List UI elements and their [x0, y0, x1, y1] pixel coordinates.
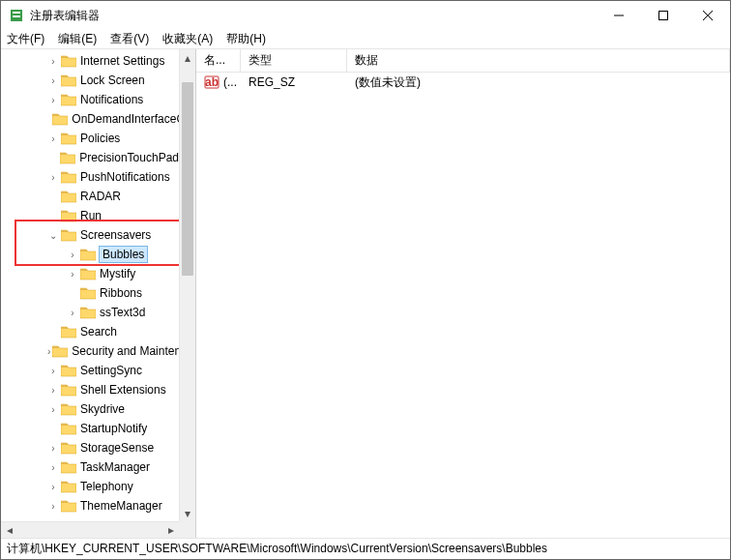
- vertical-scrollbar[interactable]: ▴ ▾: [179, 49, 195, 521]
- tree-item[interactable]: ›RADAR: [1, 187, 179, 206]
- chevron-right-icon[interactable]: ›: [47, 482, 59, 492]
- folder-icon: [61, 170, 76, 184]
- tree-item-label: Ribbons: [100, 286, 142, 300]
- tree-item[interactable]: ⌄Screensavers: [1, 225, 179, 245]
- tree-item[interactable]: ›Internet Settings: [1, 51, 179, 71]
- folder-icon: [61, 364, 76, 377]
- tree-item-label: Internet Settings: [80, 54, 164, 68]
- tree-item-label: RADAR: [80, 190, 121, 203]
- menu-favorites[interactable]: 收藏夹(A): [162, 31, 213, 47]
- value-type-cell: REG_SZ: [241, 75, 347, 89]
- tree-item-label: PrecisionTouchPad: [79, 151, 179, 164]
- list-body: ab(...REG_SZ(数值未设置): [196, 73, 730, 538]
- chevron-right-icon[interactable]: ›: [67, 250, 78, 260]
- chevron-right-icon[interactable]: ›: [67, 269, 78, 280]
- tree-item-label: Bubbles: [100, 247, 147, 262]
- folder-icon: [61, 441, 76, 455]
- folder-icon: [52, 344, 68, 358]
- tree-item[interactable]: ›Skydrive: [1, 399, 179, 419]
- tree-item-label: ThemeManager: [80, 499, 162, 513]
- status-path: 计算机\HKEY_CURRENT_USER\SOFTWARE\Microsoft…: [7, 541, 547, 557]
- chevron-right-icon[interactable]: ›: [47, 56, 59, 67]
- tree-item-label: Policies: [80, 132, 120, 145]
- svg-rect-2: [13, 15, 20, 17]
- chevron-right-icon[interactable]: ›: [47, 172, 59, 183]
- tree-item[interactable]: ›Bubbles: [1, 245, 179, 264]
- list-header: 名... 类型 数据: [196, 49, 730, 73]
- scroll-thumb[interactable]: [182, 82, 193, 276]
- svg-rect-4: [659, 12, 668, 20]
- scroll-up-icon[interactable]: ▴: [180, 49, 195, 66]
- column-name[interactable]: 名...: [196, 49, 241, 72]
- tree-item-label: Lock Screen: [80, 74, 145, 87]
- folder-icon: [61, 325, 76, 339]
- chevron-down-icon[interactable]: ⌄: [47, 230, 59, 241]
- statusbar: 计算机\HKEY_CURRENT_USER\SOFTWARE\Microsoft…: [1, 538, 730, 559]
- tree-item-label: Security and Maintenance: [72, 344, 179, 358]
- tree-pane: ›Internet Settings›Lock Screen›Notificat…: [1, 49, 196, 538]
- chevron-right-icon[interactable]: ›: [47, 462, 59, 473]
- scroll-left-icon[interactable]: ◂: [1, 523, 17, 537]
- folder-icon: [61, 209, 76, 222]
- chevron-right-icon[interactable]: ›: [47, 366, 59, 376]
- tree-item[interactable]: ›StorageSense: [1, 438, 179, 457]
- folder-icon: [61, 132, 76, 145]
- scroll-right-icon[interactable]: ▸: [162, 523, 179, 537]
- folder-icon: [52, 112, 68, 126]
- tree-item[interactable]: ›StartupNotify: [1, 419, 179, 438]
- menu-help[interactable]: 帮助(H): [226, 31, 266, 47]
- tree-item[interactable]: ›TaskManager: [1, 457, 179, 477]
- chevron-right-icon[interactable]: ›: [67, 308, 78, 318]
- tree-item-label: SettingSync: [80, 364, 142, 377]
- folder-icon: [60, 151, 75, 164]
- tree-item[interactable]: ›OnDemandInterfaceCache: [1, 109, 179, 129]
- app-icon: [9, 8, 24, 23]
- tree-item-label: Screensavers: [80, 228, 151, 242]
- tree-item[interactable]: ›Notifications: [1, 90, 179, 109]
- tree-item[interactable]: ›PrecisionTouchPad: [1, 148, 179, 167]
- menu-file[interactable]: 文件(F): [7, 31, 44, 47]
- tree-item[interactable]: ›PushNotifications: [1, 167, 179, 187]
- window-controls: [597, 1, 730, 30]
- chevron-right-icon[interactable]: ›: [47, 501, 59, 512]
- horizontal-scrollbar[interactable]: ◂ ▸: [1, 521, 179, 538]
- menu-view[interactable]: 查看(V): [110, 31, 149, 47]
- column-data[interactable]: 数据: [347, 49, 730, 72]
- tree-item[interactable]: ›Security and Maintenance: [1, 341, 179, 361]
- list-row[interactable]: ab(...REG_SZ(数值未设置): [196, 73, 730, 92]
- tree-item-label: Telephony: [80, 480, 133, 493]
- column-type[interactable]: 类型: [241, 49, 347, 72]
- tree-item[interactable]: ›Mystify: [1, 264, 179, 283]
- folder-icon: [61, 228, 76, 242]
- tree-item-label: ssText3d: [100, 306, 145, 319]
- close-button[interactable]: [686, 1, 730, 30]
- tree-item[interactable]: ›ThemeManager: [1, 496, 179, 516]
- tree-item[interactable]: ›Lock Screen: [1, 71, 179, 90]
- scroll-down-icon[interactable]: ▾: [180, 505, 195, 521]
- chevron-right-icon[interactable]: ›: [47, 404, 59, 415]
- tree-item[interactable]: ›Search: [1, 322, 179, 341]
- chevron-right-icon[interactable]: ›: [47, 443, 59, 454]
- svg-rect-1: [13, 12, 20, 14]
- folder-icon: [80, 286, 96, 300]
- tree-item[interactable]: ›Ribbons: [1, 283, 179, 303]
- folder-icon: [80, 267, 96, 280]
- value-data-cell: (数值未设置): [347, 74, 730, 91]
- tree-item[interactable]: ›Shell Extensions: [1, 380, 179, 399]
- folder-icon: [80, 306, 96, 319]
- tree-item[interactable]: ›ssText3d: [1, 303, 179, 322]
- maximize-button[interactable]: [641, 1, 686, 30]
- folder-icon: [61, 93, 76, 106]
- tree-item[interactable]: ›Telephony: [1, 477, 179, 496]
- minimize-button[interactable]: [597, 1, 641, 30]
- chevron-right-icon[interactable]: ›: [47, 385, 59, 396]
- tree-item[interactable]: ›SettingSync: [1, 361, 179, 380]
- menu-edit[interactable]: 编辑(E): [58, 31, 97, 47]
- chevron-right-icon[interactable]: ›: [47, 133, 59, 144]
- tree-item[interactable]: ›Policies: [1, 129, 179, 148]
- tree-item[interactable]: ›Run: [1, 206, 179, 225]
- chevron-right-icon[interactable]: ›: [47, 95, 59, 105]
- chevron-right-icon[interactable]: ›: [47, 346, 50, 357]
- tree-scroll: ›Internet Settings›Lock Screen›Notificat…: [1, 49, 179, 521]
- chevron-right-icon[interactable]: ›: [47, 75, 59, 86]
